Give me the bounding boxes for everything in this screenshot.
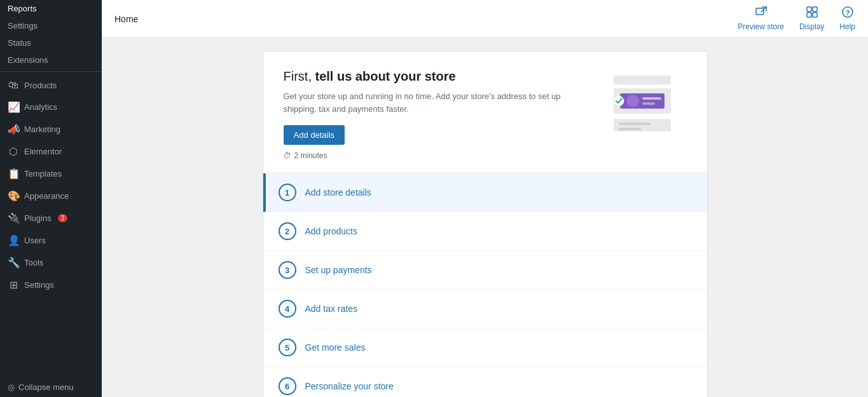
svg-rect-12: [642, 102, 655, 105]
step-label-0: Add store details: [305, 187, 371, 198]
breadcrumb: Home: [114, 14, 138, 24]
help-icon: ?: [842, 6, 853, 21]
sidebar-item-extensions[interactable]: Extensions: [0, 51, 102, 69]
step-number-0: 1: [279, 184, 296, 201]
sidebar-item-elementor[interactable]: ⬡ Elementor: [0, 140, 102, 163]
step-number-4: 5: [279, 339, 296, 356]
step-number-3: 4: [279, 300, 296, 318]
sidebar-divider: [0, 71, 102, 72]
sidebar-item-reports[interactable]: Reports: [0, 0, 102, 17]
sidebar-item-templates[interactable]: 📋 Templates: [0, 163, 102, 185]
tools-icon: 🔧: [8, 257, 19, 269]
users-icon: 👤: [8, 234, 19, 246]
collapse-menu-button[interactable]: ◎ Collapse menu: [0, 377, 102, 397]
sidebar-item-plugins[interactable]: 🔌 Plugins 3: [0, 207, 102, 229]
collapse-icon: ◎: [8, 382, 15, 392]
products-icon: 🛍: [8, 79, 19, 91]
step-label-4: Get more sales: [305, 342, 366, 353]
add-details-button[interactable]: Add details: [284, 125, 345, 145]
topbar: Home Preview store: [102, 0, 868, 38]
clock-icon: ⏱: [284, 151, 291, 160]
appearance-icon: 🎨: [8, 190, 19, 202]
sidebar-item-marketing[interactable]: 📣 Marketing: [0, 118, 102, 140]
step-label-1: Add products: [305, 226, 358, 236]
sidebar-item-tools[interactable]: 🔧 Tools: [0, 252, 102, 274]
step-item-5[interactable]: 6Personalize your store: [263, 367, 707, 397]
plugins-icon: 🔌: [8, 212, 19, 224]
settings-icon: ⊞: [8, 279, 19, 291]
step-number-2: 3: [279, 261, 296, 279]
card-header: First, tell us about your store Get your…: [263, 51, 707, 173]
setup-card: First, tell us about your store Get your…: [263, 51, 708, 397]
svg-point-10: [626, 95, 639, 107]
sidebar-item-settings-top[interactable]: Settings: [0, 17, 102, 34]
marketing-icon: 📣: [8, 123, 19, 135]
main-area: Home Preview store: [102, 0, 868, 397]
svg-text:?: ?: [845, 9, 850, 17]
svg-rect-15: [619, 123, 651, 125]
step-item-1[interactable]: 2Add products: [263, 212, 707, 251]
elementor-icon: ⬡: [8, 145, 19, 158]
svg-rect-2: [813, 7, 817, 11]
step-item-0[interactable]: 1Add store details: [263, 173, 707, 212]
templates-icon: 📋: [8, 168, 19, 180]
help-button[interactable]: ? Help: [839, 6, 855, 31]
steps-list: 1Add store details2Add products3Set up p…: [263, 173, 707, 397]
sidebar-item-appearance[interactable]: 🎨 Appearance: [0, 185, 102, 207]
svg-rect-1: [807, 7, 811, 11]
svg-rect-0: [756, 8, 764, 15]
step-number-1: 2: [279, 222, 296, 240]
card-header-text: First, tell us about your store Get your…: [284, 69, 598, 160]
step-number-5: 6: [279, 377, 296, 395]
topbar-actions: Preview store Display ?: [738, 6, 855, 31]
svg-rect-3: [807, 13, 811, 17]
sidebar-item-users[interactable]: 👤 Users: [0, 229, 102, 252]
svg-rect-7: [614, 76, 671, 84]
preview-store-button[interactable]: Preview store: [738, 6, 784, 31]
display-button[interactable]: Display: [799, 6, 824, 31]
svg-rect-4: [813, 13, 817, 17]
step-item-2[interactable]: 3Set up payments: [263, 251, 707, 290]
card-illustration: [598, 69, 687, 139]
step-item-3[interactable]: 4Add tax rates: [263, 290, 707, 328]
sidebar: Reports Settings Status Extensions 🛍 Pro…: [0, 0, 102, 397]
card-title: First, tell us about your store: [284, 69, 598, 84]
plugins-badge: 3: [58, 214, 68, 222]
svg-point-13: [614, 96, 624, 106]
step-label-5: Personalize your store: [305, 381, 394, 391]
analytics-icon: 📈: [8, 101, 19, 113]
step-item-4[interactable]: 5Get more sales: [263, 328, 707, 367]
content-area: First, tell us about your store Get your…: [102, 38, 868, 397]
card-description: Get your store up and running in no time…: [284, 90, 589, 115]
time-estimate: ⏱ 2 minutes: [284, 151, 598, 160]
step-label-3: Add tax rates: [305, 304, 358, 314]
svg-rect-11: [642, 97, 661, 100]
sidebar-item-status[interactable]: Status: [0, 34, 102, 51]
sidebar-item-products[interactable]: 🛍 Products: [0, 74, 102, 96]
display-icon: [806, 6, 818, 21]
step-label-2: Set up payments: [305, 265, 372, 275]
sidebar-item-settings[interactable]: ⊞ Settings: [0, 274, 102, 296]
preview-store-icon: [755, 6, 767, 21]
svg-rect-16: [619, 128, 641, 130]
sidebar-item-analytics[interactable]: 📈 Analytics: [0, 96, 102, 118]
